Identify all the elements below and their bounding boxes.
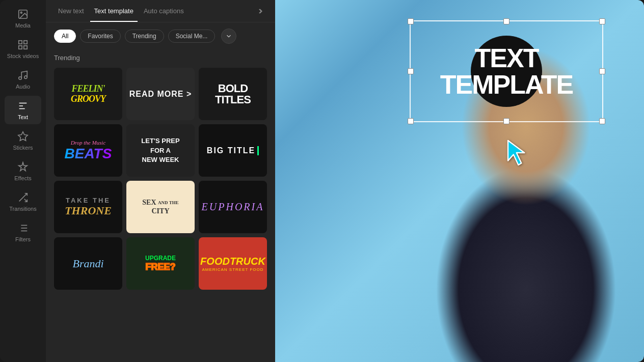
template-main-text: TEXTTEMPLATE	[440, 45, 573, 98]
sidebar-item-text[interactable]: Text	[5, 96, 41, 124]
svg-rect-4	[19, 46, 22, 49]
read-more-text: READ MORE >	[129, 90, 192, 99]
template-display-text: TEXTTEMPLATE	[440, 45, 573, 98]
text-panel: New text Text template Auto captions All…	[46, 0, 275, 362]
sidebar-label-stock: Stock videos	[7, 53, 39, 59]
sidebar-item-effects[interactable]: Effects	[5, 157, 41, 185]
tab-auto-captions[interactable]: Auto captions	[140, 0, 188, 22]
svg-point-6	[19, 77, 22, 80]
sidebar-item-stickers[interactable]: Stickers	[5, 126, 41, 155]
sidebar-item-stock[interactable]: Stock videos	[5, 35, 41, 63]
svg-point-1	[20, 12, 22, 13]
sidebar-nav: Media Stock videos Audio Text Stickers	[0, 0, 46, 362]
food-truck-container: FoodTruck AMERICAN STREET FOOD	[200, 256, 265, 272]
template-selection-box[interactable]: TEXTTEMPLATE	[410, 20, 603, 122]
sidebar-label-media: Media	[15, 22, 31, 29]
svg-rect-2	[19, 41, 22, 44]
trending-section-title: Trending	[54, 54, 267, 62]
sidebar-item-transitions[interactable]: Transitions	[5, 187, 41, 216]
big-title-text: BIG TITLE	[207, 146, 259, 155]
sidebar-label-audio: Audio	[16, 83, 30, 90]
template-card-upgrade-free[interactable]: UPGRADE FREE?	[126, 237, 195, 290]
filter-more-button[interactable]	[221, 29, 236, 44]
template-card-feelin-groovy[interactable]: FEELIN'GROOVY	[54, 68, 122, 120]
tab-new-text[interactable]: New text	[54, 0, 88, 22]
shuffle-icon	[17, 191, 29, 204]
grid-icon	[17, 39, 29, 51]
take-throne-container: TAKE THE THRONE	[65, 197, 112, 217]
sidebar-label-transitions: Transitions	[9, 206, 36, 212]
template-card-food-truck[interactable]: FoodTruck AMERICAN STREET FOOD	[199, 237, 267, 290]
sidebar-label-stickers: Stickers	[13, 145, 33, 151]
take-the-text: TAKE THE	[65, 197, 112, 204]
template-grid: FEELIN'GROOVY READ MORE > BOLDTITLES Dro…	[54, 68, 267, 290]
bold-titles-text: BOLDTITLES	[215, 83, 251, 105]
svg-rect-3	[24, 41, 27, 44]
beats-container: Drop the Music BEATS	[65, 140, 112, 162]
sidebar-label-effects: Effects	[14, 175, 31, 181]
throne-text: THRONE	[65, 204, 112, 217]
upgrade-free-container: UPGRADE FREE?	[145, 255, 176, 272]
template-content-display: TEXTTEMPLATE	[411, 21, 602, 121]
template-grid-container: Trending FEELIN'GROOVY READ MORE > BOLDT…	[46, 50, 275, 362]
text-icon	[17, 100, 29, 112]
template-card-sex-city[interactable]: SEX AND THECITY	[126, 181, 195, 233]
template-card-take-throne[interactable]: TAKE THE THRONE	[54, 181, 122, 233]
free-text: FREE?	[145, 262, 176, 272]
tab-text-template[interactable]: Text template	[90, 0, 138, 22]
template-card-brand[interactable]: Brandi	[54, 237, 122, 290]
svg-marker-8	[18, 132, 28, 141]
svg-line-10	[24, 199, 28, 202]
beats-bottom-text: BEATS	[65, 146, 112, 162]
brand-text: Brandi	[72, 257, 103, 270]
beats-top-text: Drop the Music	[65, 140, 112, 146]
filter-favorites[interactable]: Favorites	[80, 30, 120, 43]
canvas-area: TEXTTEMPLATE	[275, 0, 644, 362]
star-icon	[17, 130, 29, 143]
sidebar-item-media[interactable]: Media	[5, 4, 41, 33]
template-card-euphoria[interactable]: EUPHORIA	[199, 181, 267, 233]
svg-rect-5	[24, 46, 27, 49]
filter-social-media[interactable]: Social Me...	[168, 30, 216, 43]
template-card-bold-titles[interactable]: BOLDTITLES	[199, 68, 267, 120]
upgrade-text: UPGRADE	[145, 255, 176, 262]
template-card-beats[interactable]: Drop the Music BEATS	[54, 124, 122, 177]
canvas-preview[interactable]: TEXTTEMPLATE	[275, 0, 644, 362]
food-truck-main-text: FoodTruck	[200, 256, 265, 267]
template-card-big-title[interactable]: BIG TITLE	[199, 124, 267, 177]
panel-tabs: New text Text template Auto captions	[46, 0, 275, 22]
filter-trending[interactable]: Trending	[125, 30, 164, 43]
sparkle-icon	[17, 161, 29, 173]
food-truck-sub-text: AMERICAN STREET FOOD	[200, 267, 265, 272]
svg-point-7	[24, 76, 28, 79]
sidebar-label-filters: Filters	[15, 236, 31, 242]
app-container: Media Stock videos Audio Text Stickers	[0, 0, 644, 362]
sex-city-text: SEX AND THECITY	[142, 199, 178, 216]
sidebar-label-text: Text	[18, 114, 28, 120]
tabs-chevron-icon[interactable]	[255, 5, 267, 17]
filter-all[interactable]: All	[54, 30, 76, 43]
sidebar-item-filters[interactable]: Filters	[5, 218, 41, 246]
feelin-groovy-text: FEELIN'GROOVY	[71, 84, 105, 104]
template-card-prep-week[interactable]: LET'S PREPFOR ANEW WEEK	[126, 124, 195, 177]
template-card-read-more[interactable]: READ MORE >	[126, 68, 195, 120]
filter-row: All Favorites Trending Social Me...	[46, 22, 275, 50]
image-icon	[17, 8, 29, 20]
prep-week-text: LET'S PREPFOR ANEW WEEK	[141, 136, 179, 164]
euphoria-text: EUPHORIA	[202, 201, 264, 213]
music-icon	[17, 69, 29, 81]
sidebar-item-audio[interactable]: Audio	[5, 65, 41, 94]
filter-icon	[17, 222, 29, 234]
